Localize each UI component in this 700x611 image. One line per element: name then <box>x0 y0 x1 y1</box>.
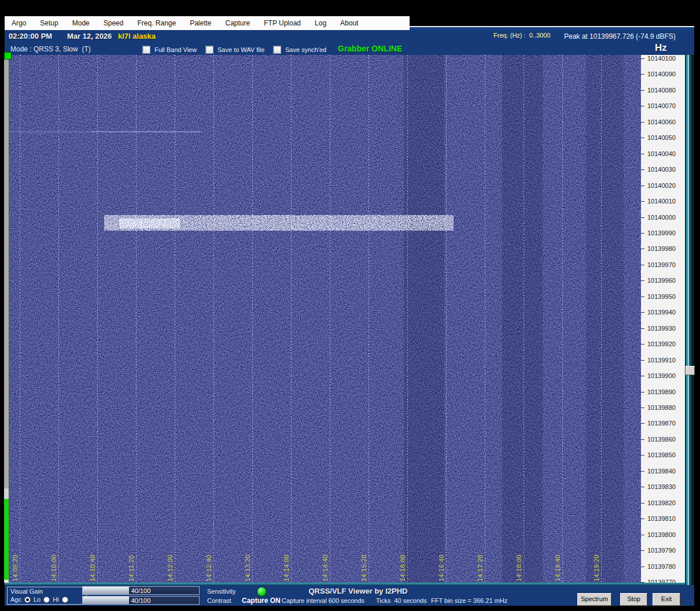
visual-gain-group: Visual Gain AgcLoHi <box>7 587 87 605</box>
freq-tick-label: 10139920 <box>641 340 685 348</box>
input-level-meter <box>4 59 9 583</box>
header-bar: 02:20:00 PM Mar 12, 2026 kl7l alaska Fre… <box>5 30 694 55</box>
freq-tick-label: 10139870 <box>641 420 685 427</box>
sensitivity-slider[interactable]: 40/100 <box>82 586 200 595</box>
radio-label-agc: Agc <box>10 596 21 603</box>
freq-tick-label: 10139780 <box>641 563 685 571</box>
time-tick-label: 14:16:00 <box>399 554 406 582</box>
frequency-scrollbar[interactable] <box>685 55 694 585</box>
freq-tick-label: 10139790 <box>641 547 685 554</box>
capture-status: Capture ON <box>242 597 281 605</box>
radio-label-hi: Hi <box>53 596 58 603</box>
freq-tick-label: 10139840 <box>641 468 685 475</box>
freq-range-readout: Freq. (Hz) : 0..3000 <box>493 32 550 39</box>
menu-item-ftp-upload[interactable]: FTP Upload <box>257 19 308 27</box>
time-tick-label: 14:11:20 <box>128 555 135 582</box>
freq-tick-label: 10139950 <box>641 293 685 301</box>
checkbox-label-save-synch-ed: Save synch'ed <box>285 46 326 53</box>
freq-tick-label: 10139900 <box>641 372 685 380</box>
capture-interval-label: Capture interval 600 seconds <box>282 597 364 604</box>
menu-item-setup[interactable]: Setup <box>33 19 65 27</box>
visual-gain-title: Visual Gain <box>10 588 83 595</box>
freq-tick-label: 10139850 <box>641 451 685 459</box>
time-tick-label: 14:16:40 <box>438 554 445 582</box>
clock-date: Mar 12, 2026 <box>67 32 112 40</box>
exit-button[interactable]: Exit <box>653 593 680 606</box>
time-tick-label: 14:10:00 <box>50 554 57 582</box>
control-bar: Visual Gain AgcLoHi 40/10040/100 Sensiti… <box>5 585 694 606</box>
freq-tick-label: 10139990 <box>641 229 685 237</box>
freq-tick-label: 10140020 <box>641 182 685 190</box>
freq-tick-label: 10139890 <box>641 388 685 396</box>
slider-value: 40/100 <box>83 597 199 604</box>
meter-peak-indicator <box>4 52 12 60</box>
menu-item-palette[interactable]: Palette <box>183 19 218 27</box>
frequency-scrollbar-thumb[interactable] <box>686 366 695 375</box>
sensitivity-label: Sensitivity <box>207 588 236 595</box>
qrss-signal-trace <box>120 216 437 229</box>
checkbox-save-synch-ed[interactable] <box>273 46 281 54</box>
app-title: QRSS/VLF Viewer by I2PHD <box>297 587 419 595</box>
meter-foot <box>4 580 9 583</box>
freq-tick-label: 10139820 <box>641 499 685 507</box>
contrast-label: Contrast <box>207 597 231 604</box>
freq-tick-label: 10139970 <box>641 261 685 269</box>
menu-item-freq-range[interactable]: Freq. Range <box>130 19 183 27</box>
time-tick-label: 14:12:00 <box>167 554 174 582</box>
radio-lo[interactable] <box>43 597 50 603</box>
stop-button[interactable]: Stop <box>620 593 647 606</box>
meter-level-bar <box>4 499 9 580</box>
freq-tick-label: 10140040 <box>641 150 685 158</box>
freq-tick-label: 10140030 <box>641 166 685 173</box>
menu-item-about[interactable]: About <box>333 19 365 27</box>
menu-item-argo[interactable]: Argo <box>5 19 33 27</box>
grabber-online-status: Grabber ONLINE <box>338 44 402 53</box>
freq-tick-label: 10140010 <box>641 198 685 205</box>
freq-tick-label: 10140060 <box>641 119 685 126</box>
freq-tick-label: 10139910 <box>641 357 685 364</box>
checkbox-group-save-synch-ed: Save synch'ed <box>273 46 326 54</box>
menu-item-log[interactable]: Log <box>308 19 333 27</box>
menu-item-mode[interactable]: Mode <box>65 19 97 27</box>
menu-item-capture[interactable]: Capture <box>219 19 257 27</box>
checkbox-full-band-view[interactable] <box>142 46 150 54</box>
time-tick-label: 14:18:40 <box>554 554 561 582</box>
time-tick-label: 14:18:00 <box>515 554 522 582</box>
checkbox-group-save-to-wav-file: Save to WAV file <box>205 46 264 54</box>
time-tick-label: 14:14:00 <box>283 554 290 582</box>
menu-item-speed[interactable]: Speed <box>97 19 131 27</box>
time-tick-label: 14:10:40 <box>89 554 96 582</box>
menu-bar: ArgoSetupModeSpeedFreq. RangePaletteCapt… <box>5 16 410 30</box>
visual-gain-options: AgcLoHi <box>10 596 83 603</box>
capture-led-icon <box>257 587 267 597</box>
radio-agc[interactable] <box>24 597 31 603</box>
freq-tick-label: 10139810 <box>641 515 685 523</box>
clock-time: 02:20:00 PM <box>9 32 52 40</box>
slider-value: 40/100 <box>83 587 199 594</box>
freq-tick-label: 10140100 <box>641 55 685 62</box>
freq-tick-label: 10140050 <box>641 134 685 142</box>
time-tick-label: 14:15:20 <box>360 554 367 582</box>
checkbox-group-full-band-view: Full Band View <box>142 46 197 54</box>
checkbox-save-to-wav-file[interactable] <box>205 46 213 54</box>
time-tick-label: 14:19:20 <box>593 554 600 582</box>
freq-tick-label: 10139860 <box>641 436 685 443</box>
freq-tick-label: 10140000 <box>641 214 685 221</box>
callsign-label: kl7l alaska <box>118 32 156 40</box>
freq-tick-label: 10139830 <box>641 483 685 491</box>
freq-tick-label: 10139980 <box>641 245 685 253</box>
peak-readout: Peak at 10139967.726 (-74.9 dBFS) <box>564 32 676 40</box>
ticks-label: Ticks 40 seconds <box>376 597 427 604</box>
freq-tick-label: 10140070 <box>641 102 685 110</box>
fft-bin-size-label: FFT bin size = 366.21 mHz <box>431 597 507 604</box>
spectrum-button[interactable]: Spectrum <box>577 593 611 606</box>
time-tick-label: 14:12:40 <box>205 554 212 582</box>
radio-hi[interactable] <box>62 597 68 603</box>
contrast-slider[interactable]: 40/100 <box>82 596 200 605</box>
freq-tick-label: 10139960 <box>641 277 685 284</box>
meter-track-highlight <box>4 488 9 499</box>
freq-axis-unit-label: Hz <box>655 42 667 54</box>
mode-readout: Mode : QRSS 3, Slow (T) <box>10 45 91 53</box>
freq-tick-label: 10140090 <box>641 71 685 78</box>
time-tick-label: 14:09:20 <box>12 554 19 582</box>
